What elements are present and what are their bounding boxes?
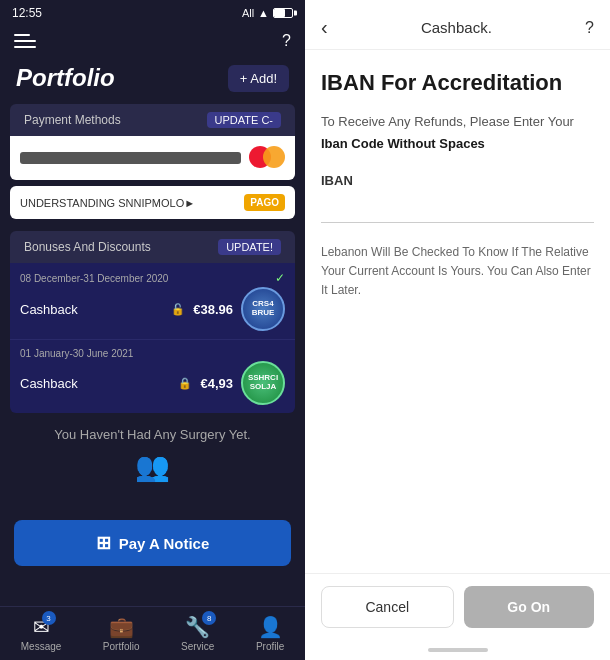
right-header: ‹ Cashback. ? bbox=[305, 0, 610, 50]
service-icon: 🔧 8 bbox=[185, 615, 210, 639]
nav-profile[interactable]: 👤 Profile bbox=[256, 615, 284, 652]
right-footer: Cancel Go On bbox=[305, 573, 610, 640]
left-panel: 12:55 All ▲ ? Portfolio + Add! Payment M… bbox=[0, 0, 305, 660]
nav-portfolio[interactable]: 💼 Portfolio bbox=[103, 615, 140, 652]
go-on-button[interactable]: Go On bbox=[464, 586, 595, 628]
iban-input[interactable] bbox=[321, 194, 594, 218]
wifi-icon: ▲ bbox=[258, 7, 269, 19]
portfolio-header: Portfolio + Add! bbox=[0, 60, 305, 104]
bonus-header: Bonuses And Discounts UPDATE! bbox=[10, 231, 295, 263]
right-bottom-bar bbox=[305, 640, 610, 660]
cashback-row-1: Cashback 🔓 €38.96 CRS4 BRUE bbox=[20, 287, 285, 331]
iban-input-wrapper bbox=[321, 194, 594, 223]
right-panel: ‹ Cashback. ? IBAN For Accreditation To … bbox=[305, 0, 610, 660]
right-help-icon[interactable]: ? bbox=[585, 19, 594, 37]
cashback-amount-1: €38.96 bbox=[193, 302, 233, 317]
cancel-button[interactable]: Cancel bbox=[321, 586, 454, 628]
bonus-update-button[interactable]: UPDATE! bbox=[218, 239, 281, 255]
card-container bbox=[10, 136, 295, 180]
nav-service-label: Service bbox=[181, 641, 214, 652]
nav-profile-label: Profile bbox=[256, 641, 284, 652]
nav-message-label: Message bbox=[21, 641, 62, 652]
card-number-bar bbox=[20, 152, 241, 164]
right-panel-title: Cashback. bbox=[421, 19, 492, 36]
check-icon: ✓ bbox=[275, 271, 285, 285]
instruction-text: To Receive Any Refunds, Please Enter You… bbox=[321, 112, 594, 153]
iban-heading: IBAN For Accreditation bbox=[321, 70, 594, 96]
service-badge: 8 bbox=[202, 611, 216, 625]
message-icon: ✉ 3 bbox=[33, 615, 50, 639]
time: 12:55 bbox=[12, 6, 42, 20]
cashback-date-1: 08 December-31 December 2020 ✓ bbox=[20, 271, 285, 285]
cashback-label-2: Cashback bbox=[20, 376, 78, 391]
help-icon[interactable]: ? bbox=[282, 32, 291, 50]
mastercard-logo bbox=[249, 146, 285, 170]
right-content: IBAN For Accreditation To Receive Any Re… bbox=[305, 50, 610, 573]
pay-notice-button[interactable]: ⊞ Pay A Notice bbox=[14, 520, 291, 566]
pago-row: UNDERSTANDING SNNIPMOLO► PAGO bbox=[10, 186, 295, 219]
add-button[interactable]: + Add! bbox=[228, 65, 289, 92]
qr-icon: ⊞ bbox=[96, 532, 111, 554]
nav-portfolio-label: Portfolio bbox=[103, 641, 140, 652]
portfolio-icon: 💼 bbox=[109, 615, 134, 639]
pago-logo: PAGO bbox=[244, 194, 285, 211]
lock-icon-2: 🔒 bbox=[178, 377, 192, 390]
back-button[interactable]: ‹ bbox=[321, 16, 328, 39]
bottom-indicator bbox=[428, 648, 488, 652]
cashback-row-2: Cashback 🔒 €4,93 SSHRCI SOLJA bbox=[20, 361, 285, 405]
nav-service[interactable]: 🔧 8 Service bbox=[181, 615, 214, 652]
note-text: Lebanon Will Be Checked To Know If The R… bbox=[321, 243, 594, 301]
network-label: All bbox=[242, 7, 254, 19]
pago-text: UNDERSTANDING SNNIPMOLO► bbox=[20, 197, 195, 209]
top-icons-row: ? bbox=[0, 26, 305, 60]
payment-methods-header: Payment Methods UPDATE C- bbox=[10, 104, 295, 136]
payment-methods-label: Payment Methods bbox=[24, 113, 121, 127]
bonus-title: Bonuses And Discounts bbox=[24, 240, 151, 254]
battery-icon bbox=[273, 8, 293, 18]
cashback-label-1: Cashback bbox=[20, 302, 78, 317]
bottom-nav: ✉ 3 Message 💼 Portfolio 🔧 8 Service 👤 Pr… bbox=[0, 606, 305, 660]
payment-update-button[interactable]: UPDATE C- bbox=[207, 112, 281, 128]
unlock-icon-1: 🔓 bbox=[171, 303, 185, 316]
status-bar: 12:55 All ▲ bbox=[0, 0, 305, 26]
cashback-item-2: 01 January-30 June 2021 Cashback 🔒 €4,93… bbox=[10, 340, 295, 413]
iban-label: IBAN bbox=[321, 173, 594, 188]
nav-message[interactable]: ✉ 3 Message bbox=[21, 615, 62, 652]
profile-icon: 👤 bbox=[258, 615, 283, 639]
no-surgery-message: You Haven't Had Any Surgery Yet. 👥 bbox=[0, 413, 305, 512]
person-icon: 👥 bbox=[133, 450, 173, 490]
message-badge: 3 bbox=[42, 611, 56, 625]
cashback-date-2: 01 January-30 June 2021 bbox=[20, 348, 285, 359]
cashback-amount-2: €4,93 bbox=[200, 376, 233, 391]
cashback-badge-2: SSHRCI SOLJA bbox=[241, 361, 285, 405]
cashback-item-1: 08 December-31 December 2020 ✓ Cashback … bbox=[10, 263, 295, 340]
portfolio-title: Portfolio bbox=[16, 64, 115, 92]
menu-button[interactable] bbox=[14, 30, 42, 52]
cashback-badge-1: CRS4 BRUE bbox=[241, 287, 285, 331]
status-icons: All ▲ bbox=[242, 7, 293, 19]
cashback-items: 08 December-31 December 2020 ✓ Cashback … bbox=[10, 263, 295, 413]
